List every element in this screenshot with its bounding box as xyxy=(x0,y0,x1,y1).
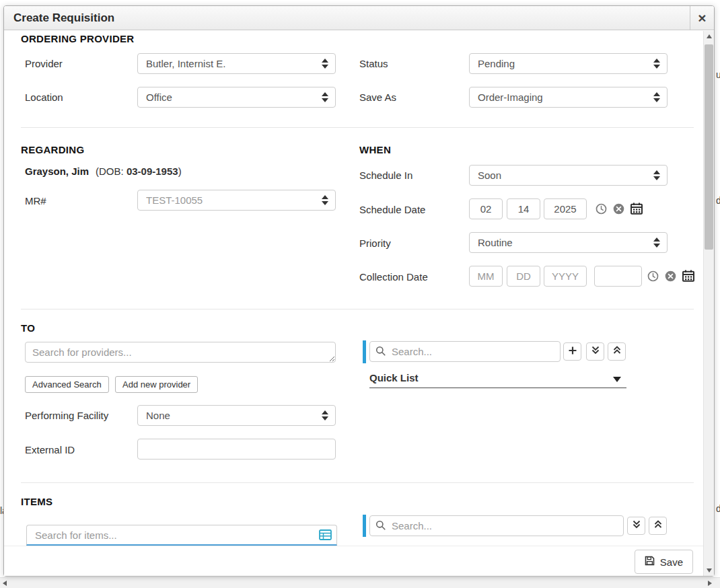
items-quick-search xyxy=(369,515,624,536)
items-table-icon[interactable] xyxy=(319,529,332,543)
double-chevron-down-icon xyxy=(591,345,600,358)
collapse-items-list-button[interactable] xyxy=(649,517,667,535)
collection-date-label: Collection Date xyxy=(359,271,428,283)
save-button[interactable]: Save xyxy=(635,550,693,574)
clear-date-icon[interactable] xyxy=(613,203,624,215)
section-divider xyxy=(21,309,694,309)
external-id-label: External ID xyxy=(25,444,75,455)
items-quick-list-accent-bar xyxy=(363,515,366,537)
location-select-value: Office xyxy=(146,91,172,103)
select-caret-icon xyxy=(653,170,660,180)
scrollbar-thumb[interactable] xyxy=(705,44,713,250)
location-label: Location xyxy=(25,91,63,103)
collection-date-month-input[interactable] xyxy=(469,266,503,287)
clock-icon[interactable] xyxy=(647,270,659,282)
select-caret-icon xyxy=(653,237,660,248)
select-caret-icon xyxy=(322,195,328,205)
provider-quick-search xyxy=(369,341,561,362)
schedule-date-month-input[interactable] xyxy=(469,198,503,219)
provider-select-value: Butler, Internist E. xyxy=(146,58,225,69)
scroll-left-arrow-icon[interactable] xyxy=(0,578,11,588)
items-search-input[interactable] xyxy=(26,525,337,546)
collection-time-input[interactable] xyxy=(594,266,642,287)
schedule-in-select[interactable]: Soon xyxy=(469,165,668,186)
performing-facility-label: Performing Facility xyxy=(25,410,108,421)
status-select-value: Pending xyxy=(478,58,515,69)
mr-number-label: MR# xyxy=(25,195,46,207)
patient-info: Grayson, Jim(DOB: 03-09-1953) xyxy=(25,166,182,177)
section-divider xyxy=(21,482,694,483)
external-id-input[interactable] xyxy=(137,439,336,460)
save-button-label: Save xyxy=(660,556,683,568)
performing-facility-select[interactable]: None xyxy=(137,405,336,426)
status-select[interactable]: Pending xyxy=(469,53,668,74)
double-chevron-down-icon xyxy=(632,519,641,532)
background-text-fragment: d xyxy=(716,195,720,206)
search-icon xyxy=(375,520,386,534)
save-as-select[interactable]: Order-Imaging xyxy=(469,87,668,108)
priority-select-value: Routine xyxy=(478,237,513,248)
schedule-in-label: Schedule In xyxy=(359,170,412,181)
dob-suffix: ) xyxy=(178,166,182,177)
performing-facility-select-value: None xyxy=(146,410,170,421)
expand-quick-list-button[interactable] xyxy=(586,342,604,361)
select-caret-icon xyxy=(653,59,660,69)
collapse-quick-list-button[interactable] xyxy=(608,342,626,361)
quick-list-caret-down-icon[interactable] xyxy=(613,377,621,382)
schedule-date-day-input[interactable] xyxy=(507,198,540,219)
select-caret-icon xyxy=(322,59,328,69)
section-divider xyxy=(21,127,694,128)
scroll-down-arrow-icon[interactable] xyxy=(704,565,715,576)
quick-list-underline xyxy=(369,388,626,388)
calendar-icon[interactable] xyxy=(682,270,694,282)
provider-select[interactable]: Butler, Internist E. xyxy=(137,53,336,74)
clock-icon[interactable] xyxy=(596,203,607,215)
double-chevron-up-icon xyxy=(612,345,622,358)
mr-number-select[interactable]: TEST-10055 xyxy=(137,190,336,211)
double-chevron-up-icon xyxy=(653,519,663,532)
regarding-heading: REGARDING xyxy=(21,144,84,155)
background-text-fragment: u xyxy=(716,69,720,80)
to-heading: TO xyxy=(21,322,35,334)
clear-date-icon[interactable] xyxy=(665,270,676,282)
close-icon[interactable]: × xyxy=(690,6,714,30)
select-caret-icon xyxy=(653,92,660,102)
save-icon xyxy=(645,556,655,568)
dialog-footer: Save xyxy=(4,546,703,576)
collection-date-year-input[interactable] xyxy=(544,266,587,287)
search-icon xyxy=(375,346,386,359)
page-horizontal-scrollbar[interactable] xyxy=(0,577,720,588)
provider-quick-search-input[interactable] xyxy=(369,341,561,362)
items-search xyxy=(26,525,337,546)
calendar-icon[interactable] xyxy=(631,203,643,215)
priority-label: Priority xyxy=(359,237,391,249)
select-caret-icon xyxy=(322,410,328,420)
mr-number-select-value: TEST-10055 xyxy=(146,194,203,206)
advanced-search-button[interactable]: Advanced Search xyxy=(25,376,109,393)
scroll-right-arrow-icon[interactable] xyxy=(704,578,715,588)
dialog-title: Create Requisition xyxy=(4,6,690,30)
items-quick-search-input[interactable] xyxy=(369,515,624,536)
dialog-header: Create Requisition × xyxy=(4,6,714,30)
scroll-up-arrow-icon[interactable] xyxy=(704,31,715,42)
expand-items-list-button[interactable] xyxy=(627,517,645,535)
location-select[interactable]: Office xyxy=(137,87,336,108)
provider-search-input[interactable] xyxy=(25,342,336,363)
add-new-provider-button[interactable]: Add new provider xyxy=(115,376,198,393)
schedule-date-label: Schedule Date xyxy=(359,204,425,215)
quick-list-accent-bar xyxy=(363,340,366,363)
background-text-fragment: d xyxy=(716,503,720,514)
plus-icon xyxy=(568,346,577,358)
collection-date-day-input[interactable] xyxy=(507,266,540,287)
status-label: Status xyxy=(359,58,388,69)
items-heading: ITEMS xyxy=(21,496,52,507)
dob-prefix: (DOB: xyxy=(96,166,127,177)
dialog-scrollbar[interactable] xyxy=(703,31,714,576)
add-to-quick-list-button[interactable] xyxy=(563,342,581,361)
select-caret-icon xyxy=(322,92,328,102)
schedule-date-year-input[interactable] xyxy=(544,198,587,219)
quick-list-label: Quick List xyxy=(369,372,419,383)
patient-name: Grayson, Jim xyxy=(25,166,89,177)
create-requisition-dialog: Create Requisition × ORDERING PROVIDER P… xyxy=(3,5,715,577)
priority-select[interactable]: Routine xyxy=(469,232,668,253)
